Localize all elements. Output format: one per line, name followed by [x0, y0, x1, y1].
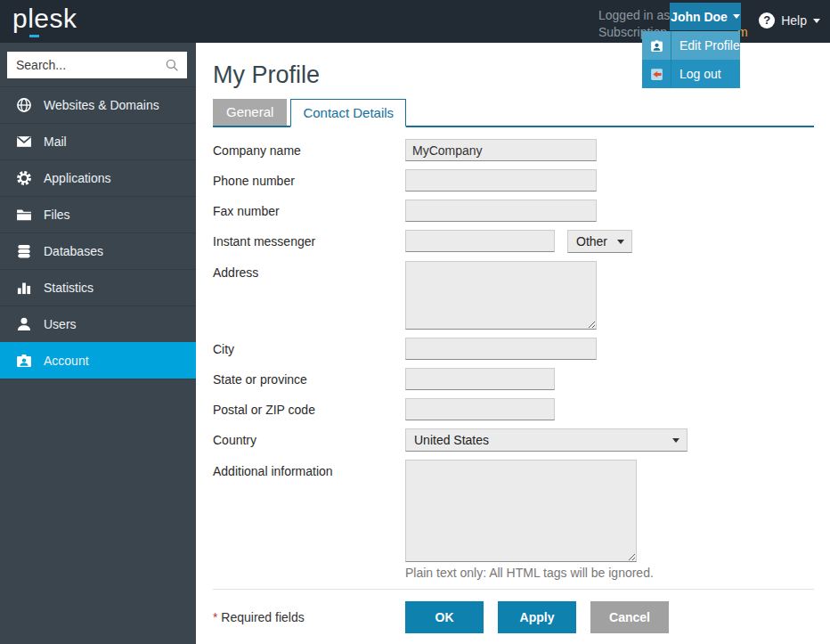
- form-row: Additional information: [213, 460, 814, 562]
- sidebar-item-account[interactable]: Account: [0, 342, 196, 379]
- sidebar-item-files[interactable]: Files: [0, 196, 196, 232]
- sidebar-item-label: Databases: [44, 244, 103, 258]
- fax-number-input[interactable]: [405, 200, 597, 222]
- form-row: Country United States: [213, 428, 814, 452]
- caret-down-icon: [733, 14, 740, 19]
- cancel-button[interactable]: Cancel: [590, 601, 669, 633]
- phone-number-input[interactable]: [405, 169, 597, 192]
- form-row: Company name: [213, 139, 814, 161]
- additional-information-textarea[interactable]: [405, 460, 637, 562]
- globe-icon: [15, 96, 33, 114]
- form-row: Phone number: [213, 169, 814, 192]
- form-row: State or province: [213, 368, 814, 390]
- tab-bar: General Contact Details: [213, 99, 814, 127]
- instant-messenger-label: Instant messenger: [213, 230, 405, 249]
- address-textarea[interactable]: [405, 261, 597, 330]
- country-label: Country: [213, 428, 405, 447]
- required-fields-note: * Required fields: [213, 601, 405, 624]
- sidebar-item-statistics[interactable]: Statistics: [0, 269, 196, 306]
- apply-button[interactable]: Apply: [498, 601, 576, 633]
- sidebar-item-label: Applications: [44, 171, 111, 185]
- required-asterisk: *: [213, 610, 217, 624]
- main-content: My Profile General Contact Details Compa…: [196, 43, 830, 644]
- gear-icon: [15, 169, 33, 187]
- state-province-label: State or province: [213, 368, 405, 387]
- city-input[interactable]: [405, 338, 597, 360]
- logged-in-as-label: Logged in as: [598, 8, 670, 22]
- help-button[interactable]: ? Help: [759, 12, 820, 29]
- form-row: Instant messenger Other: [213, 230, 814, 253]
- sidebar-item-applications[interactable]: Applications: [0, 159, 196, 196]
- menu-item-label: Log out: [671, 60, 721, 88]
- sidebar-item-label: Statistics: [44, 281, 94, 295]
- sidebar-item-label: Users: [44, 317, 77, 331]
- city-label: City: [213, 338, 405, 356]
- plain-text-hint: Plain text only: All HTML tags will be i…: [405, 566, 814, 580]
- form-footer: * Required fields OK Apply Cancel: [213, 601, 814, 633]
- id-badge-icon: [15, 352, 33, 370]
- database-icon: [15, 242, 33, 260]
- company-name-label: Company name: [213, 139, 405, 158]
- postal-zip-input[interactable]: [405, 398, 555, 420]
- logout-arrow-icon: [642, 60, 671, 88]
- country-select[interactable]: United States: [405, 428, 688, 452]
- tab-general[interactable]: General: [213, 99, 287, 126]
- required-note-label: Required fields: [221, 610, 304, 624]
- sidebar: Websites & Domains Mail Applications Fil…: [0, 43, 196, 644]
- menu-item-label: Edit Profile: [671, 31, 740, 60]
- form-row: Postal or ZIP code: [213, 398, 814, 420]
- instant-messenger-input[interactable]: [405, 230, 555, 252]
- form-row: Fax number: [213, 200, 814, 222]
- menu-item-logout[interactable]: Log out: [642, 60, 740, 88]
- sidebar-item-label: Websites & Domains: [44, 98, 159, 112]
- form-row: Address: [213, 261, 814, 330]
- search-icon[interactable]: [164, 57, 180, 73]
- search-input[interactable]: [7, 58, 164, 72]
- help-icon: ?: [759, 12, 775, 29]
- additional-information-label: Additional information: [213, 460, 405, 478]
- sidebar-item-mail[interactable]: Mail: [0, 123, 196, 159]
- address-label: Address: [213, 261, 405, 280]
- caret-down-icon: [813, 19, 820, 23]
- tab-contact-details[interactable]: Contact Details: [290, 99, 406, 127]
- sidebar-item-users[interactable]: Users: [0, 306, 196, 342]
- bar-chart-icon: [15, 279, 33, 297]
- help-label: Help: [781, 13, 807, 28]
- caret-down-icon: [617, 240, 624, 244]
- sidebar-item-label: Mail: [44, 135, 67, 149]
- footer-divider: [213, 589, 814, 590]
- user-name-label: John Doe: [671, 10, 728, 24]
- company-name-input[interactable]: [405, 139, 597, 161]
- sidebar-nav: Websites & Domains Mail Applications Fil…: [0, 86, 196, 379]
- sidebar-item-label: Account: [44, 354, 89, 368]
- profile-badge-icon: [642, 31, 671, 60]
- sidebar-item-label: Files: [44, 208, 70, 222]
- phone-number-label: Phone number: [213, 169, 405, 188]
- plesk-logo: plesk: [12, 4, 77, 34]
- form-row: City: [213, 338, 814, 360]
- search-box: [7, 52, 187, 78]
- state-province-input[interactable]: [405, 368, 555, 390]
- mail-icon: [15, 133, 33, 151]
- select-value: United States: [414, 433, 489, 447]
- menu-item-edit-profile[interactable]: Edit Profile: [642, 31, 740, 60]
- sidebar-item-databases[interactable]: Databases: [0, 232, 196, 269]
- user-dropdown-menu: Edit Profile Log out: [642, 31, 740, 88]
- ok-button[interactable]: OK: [405, 601, 484, 633]
- fax-number-label: Fax number: [213, 200, 405, 218]
- select-value: Other: [576, 234, 607, 249]
- postal-zip-label: Postal or ZIP code: [213, 398, 405, 417]
- caret-down-icon: [672, 438, 679, 443]
- sidebar-item-websites-domains[interactable]: Websites & Domains: [0, 86, 196, 123]
- plesk-logo-underline: [29, 35, 39, 37]
- folder-icon: [15, 206, 33, 224]
- user-menu-button[interactable]: John Doe: [670, 3, 741, 30]
- user-icon: [15, 315, 33, 333]
- instant-messenger-type-select[interactable]: Other: [567, 230, 632, 253]
